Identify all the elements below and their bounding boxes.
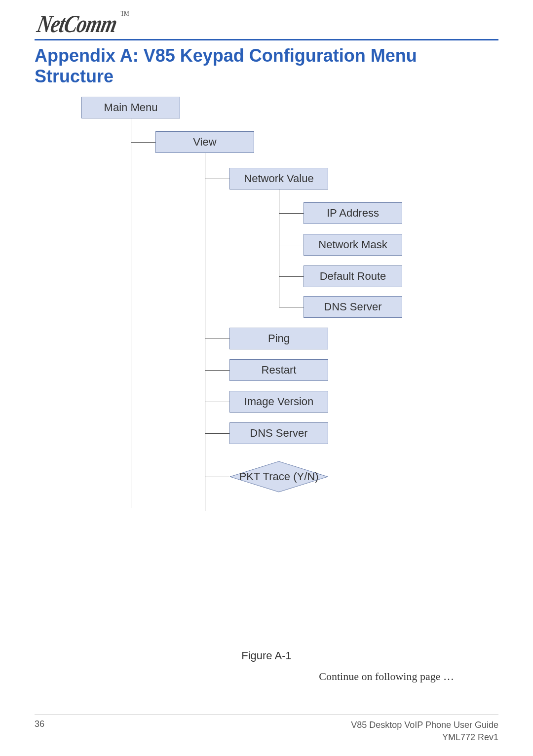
node-pkt-trace-decision: PKT Trace (Y/N) bbox=[229, 461, 328, 492]
connector-line bbox=[131, 142, 155, 143]
brand-header: NetCommTM bbox=[35, 15, 498, 38]
connector-line bbox=[205, 153, 205, 511]
node-view: View bbox=[155, 131, 254, 153]
node-image-version: Image Version bbox=[229, 391, 328, 413]
continue-note: Continue on following page … bbox=[319, 670, 454, 683]
connector-line bbox=[279, 189, 279, 307]
node-dns-server-leaf: DNS Server bbox=[304, 296, 402, 318]
pkt-trace-label: PKT Trace (Y/N) bbox=[229, 470, 328, 483]
node-ping: Ping bbox=[229, 328, 328, 349]
connector-line bbox=[205, 339, 229, 339]
connector-line bbox=[205, 477, 229, 477]
page-title: Appendix A: V85 Keypad Configuration Men… bbox=[35, 45, 498, 87]
connector-line bbox=[205, 370, 229, 371]
connector-line bbox=[279, 276, 304, 277]
figure-caption: Figure A-1 bbox=[0, 649, 533, 662]
footer-revision: YML772 Rev1 bbox=[351, 731, 498, 743]
footer-guide-title: V85 Desktop VoIP Phone User Guide bbox=[351, 719, 498, 731]
node-default-route: Default Route bbox=[304, 265, 402, 287]
footer-right: V85 Desktop VoIP Phone User Guide YML772… bbox=[351, 719, 498, 743]
connector-line bbox=[279, 213, 304, 214]
connector-line bbox=[205, 433, 229, 434]
page-number: 36 bbox=[35, 719, 44, 729]
node-ip-address: IP Address bbox=[304, 202, 402, 224]
connector-line bbox=[205, 179, 229, 179]
netcomm-logo: NetCommTM bbox=[35, 9, 129, 38]
connector-line bbox=[131, 118, 131, 508]
node-main-menu: Main Menu bbox=[81, 97, 180, 118]
document-page: NetCommTM Appendix A: V85 Keypad Configu… bbox=[0, 0, 533, 756]
connector-line bbox=[279, 245, 304, 245]
menu-structure-diagram: Main Menu View Network Value IP Address … bbox=[35, 97, 498, 556]
connector-line bbox=[205, 402, 229, 402]
trademark-text: TM bbox=[120, 9, 129, 18]
header-rule bbox=[35, 39, 498, 40]
brand-text: NetComm bbox=[35, 10, 119, 38]
node-dns-server-view: DNS Server bbox=[229, 422, 328, 444]
node-network-mask: Network Mask bbox=[304, 234, 402, 256]
connector-line bbox=[279, 307, 304, 307]
node-network-value: Network Value bbox=[229, 168, 328, 189]
page-footer: 36 V85 Desktop VoIP Phone User Guide YML… bbox=[35, 715, 498, 743]
node-restart: Restart bbox=[229, 359, 328, 381]
